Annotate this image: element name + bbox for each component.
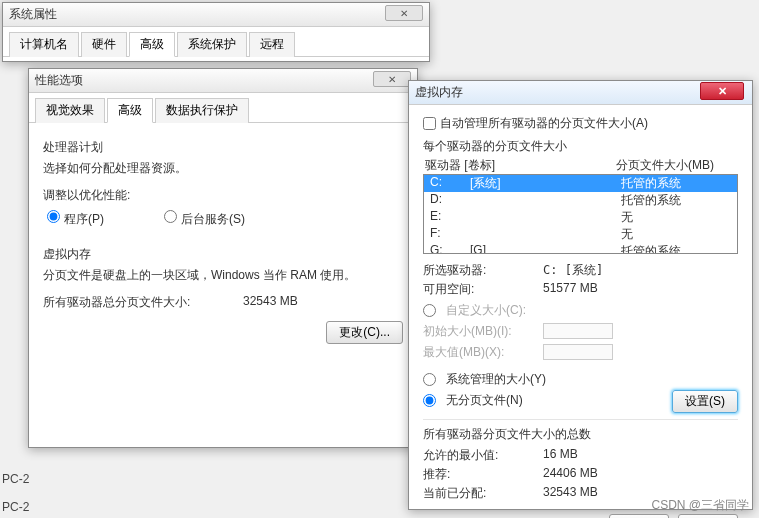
radio-no-pagefile[interactable]: 无分页文件(N): [423, 392, 672, 409]
selected-drive-label: 所选驱动器:: [423, 262, 543, 279]
drive-row[interactable]: C:[系统]托管的系统: [424, 175, 737, 192]
sysprops-titlebar: 系统属性 ✕: [3, 3, 429, 27]
min-allowed-value: 16 MB: [543, 447, 738, 464]
auto-manage-checkbox[interactable]: 自动管理所有驱动器的分页文件大小(A): [423, 115, 738, 132]
performance-options-window: 性能选项 ✕ 视觉效果 高级 数据执行保护 处理器计划 选择如何分配处理器资源。…: [28, 68, 418, 448]
drive-row[interactable]: D:托管的系统: [424, 192, 737, 209]
cpu-sched-title: 处理器计划: [43, 139, 403, 156]
vmem-title: 虚拟内存: [415, 84, 746, 101]
cpu-sched-desc: 选择如何分配处理器资源。: [43, 160, 403, 177]
cpu-scheduling-group: 处理器计划 选择如何分配处理器资源。 调整以优化性能: 程序(P) 后台服务(S…: [43, 139, 403, 228]
recommended-label: 推荐:: [423, 466, 543, 483]
free-space-label: 可用空间:: [423, 281, 543, 298]
min-allowed-label: 允许的最小值:: [423, 447, 543, 464]
radio-background[interactable]: 后台服务(S): [164, 210, 245, 228]
sysprops-tabstrip: 计算机名 硬件 高级 系统保护 远程: [3, 27, 429, 57]
current-alloc-label: 当前已分配:: [423, 485, 543, 502]
max-size-label: 最大值(MB)(X):: [423, 344, 543, 361]
radio-programs-input[interactable]: [47, 210, 60, 223]
pc-label: PC-2: [2, 500, 29, 514]
tab-hardware[interactable]: 硬件: [81, 32, 127, 57]
vm-total-label: 所有驱动器总分页文件大小:: [43, 294, 243, 311]
close-icon[interactable]: ✕: [373, 71, 411, 87]
vm-group: 虚拟内存 分页文件是硬盘上的一块区域，Windows 当作 RAM 使用。 所有…: [43, 246, 403, 344]
tab-visual-effects[interactable]: 视觉效果: [35, 98, 105, 123]
radio-system-managed[interactable]: 系统管理的大小(Y): [423, 371, 672, 388]
ok-button[interactable]: 确定: [609, 514, 669, 518]
each-drive-label: 每个驱动器的分页文件大小: [423, 138, 738, 155]
set-button[interactable]: 设置(S): [672, 390, 738, 413]
radio-background-input[interactable]: [164, 210, 177, 223]
perfopts-tabstrip: 视觉效果 高级 数据执行保护: [29, 93, 417, 123]
col-drive: 驱动器 [卷标]: [425, 157, 616, 174]
tab-remote[interactable]: 远程: [249, 32, 295, 57]
watermark: CSDN @三省同学: [651, 497, 749, 514]
sysprops-title: 系统属性: [9, 6, 423, 23]
tab-computer-name[interactable]: 计算机名: [9, 32, 79, 57]
drive-row[interactable]: F:无: [424, 226, 737, 243]
tab-system-protection[interactable]: 系统保护: [177, 32, 247, 57]
vmem-content: 自动管理所有驱动器的分页文件大小(A) 每个驱动器的分页文件大小 驱动器 [卷标…: [409, 105, 752, 518]
max-size-input: [543, 344, 613, 360]
radio-programs[interactable]: 程序(P): [47, 210, 104, 228]
initial-size-input: [543, 323, 613, 339]
change-button[interactable]: 更改(C)...: [326, 321, 403, 344]
tab-dep[interactable]: 数据执行保护: [155, 98, 249, 123]
col-pagefile: 分页文件大小(MB): [616, 157, 736, 174]
radio-custom-size[interactable]: 自定义大小(C):: [423, 302, 738, 319]
pc-label: PC-2: [2, 472, 29, 486]
initial-size-label: 初始大小(MB)(I):: [423, 323, 543, 340]
vm-title: 虚拟内存: [43, 246, 403, 263]
close-icon[interactable]: ✕: [700, 82, 744, 100]
radio-system-input[interactable]: [423, 373, 436, 386]
drive-row[interactable]: E:无: [424, 209, 737, 226]
drive-row[interactable]: G:[G]托管的系统: [424, 243, 737, 254]
tab-perf-advanced[interactable]: 高级: [107, 98, 153, 123]
close-icon[interactable]: ✕: [385, 5, 423, 21]
perfopts-content: 处理器计划 选择如何分配处理器资源。 调整以优化性能: 程序(P) 后台服务(S…: [29, 123, 417, 354]
selected-drive-value: C: [系统]: [543, 262, 738, 279]
free-space-value: 51577 MB: [543, 281, 738, 298]
vm-total-value: 32543 MB: [243, 294, 403, 311]
perfopts-title: 性能选项: [35, 72, 411, 89]
system-properties-window: 系统属性 ✕ 计算机名 硬件 高级 系统保护 远程: [2, 2, 430, 62]
drive-list[interactable]: C:[系统]托管的系统D:托管的系统E:无F:无G:[G]托管的系统: [423, 174, 738, 254]
cancel-button[interactable]: 取消: [678, 514, 738, 518]
recommended-value: 24406 MB: [543, 466, 738, 483]
auto-manage-input[interactable]: [423, 117, 436, 130]
vm-desc: 分页文件是硬盘上的一块区域，Windows 当作 RAM 使用。: [43, 267, 403, 284]
radio-none-input[interactable]: [423, 394, 436, 407]
radio-custom-input[interactable]: [423, 304, 436, 317]
perfopts-titlebar: 性能选项 ✕: [29, 69, 417, 93]
virtual-memory-dialog: 虚拟内存 ✕ 自动管理所有驱动器的分页文件大小(A) 每个驱动器的分页文件大小 …: [408, 80, 753, 510]
vmem-titlebar: 虚拟内存 ✕: [409, 81, 752, 105]
totals-title: 所有驱动器分页文件大小的总数: [423, 426, 738, 443]
tab-advanced[interactable]: 高级: [129, 32, 175, 57]
adjust-label: 调整以优化性能:: [43, 187, 403, 204]
